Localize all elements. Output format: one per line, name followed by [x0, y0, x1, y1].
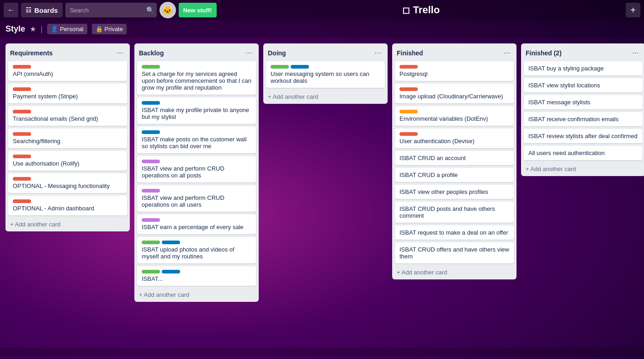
- card-labels: [399, 110, 509, 113]
- card[interactable]: Environmental variables (DotEnv): [395, 106, 514, 126]
- card[interactable]: ISBAT buy a styling package: [524, 61, 643, 75]
- card-labels: [142, 101, 251, 105]
- card-text: ISBAT CRUD a profile: [399, 171, 458, 178]
- card[interactable]: ISBAT CRUD an account: [395, 151, 514, 165]
- label-green: [142, 270, 160, 273]
- private-visibility-btn[interactable]: 🔒 Private: [92, 24, 127, 34]
- card[interactable]: ISBAT make my profile private to anyone …: [137, 97, 256, 124]
- card[interactable]: Searching/filtering: [8, 129, 127, 148]
- card[interactable]: ISBAT CRUD offers and have others view t…: [395, 242, 514, 263]
- board-header: Style ★ | 👤 Personal 🔒 Private: [0, 20, 644, 38]
- label-red: [399, 65, 418, 69]
- card-text: ISBAT make my profile private to anyone …: [142, 107, 249, 120]
- card-text: ISBAT CRUD an account: [399, 155, 466, 161]
- label-orange: [399, 110, 418, 113]
- card[interactable]: Set a charge for my services agreed upon…: [137, 61, 256, 95]
- private-label: Private: [105, 26, 123, 32]
- card-labels: [142, 65, 251, 69]
- card-labels: [399, 87, 509, 91]
- card-text: Environmental variables (DotEnv): [399, 115, 488, 122]
- card[interactable]: Payment system (Stripe): [8, 84, 127, 103]
- card-text: Transactional emails (Send grid): [13, 115, 98, 122]
- column-header-finished2: Finished (2)···: [521, 43, 644, 61]
- card[interactable]: ISBAT CRUD posts and have others comment: [395, 202, 514, 223]
- card-text: ISBAT CRUD posts and have others comment: [399, 205, 495, 219]
- card-text: Searching/filtering: [13, 138, 60, 145]
- card[interactable]: ISBAT upload photos and videos of myself…: [137, 237, 256, 263]
- card-text: ISBAT make posts on the customer wall so…: [142, 136, 246, 150]
- add-card-btn-finished[interactable]: + Add another card: [392, 266, 516, 279]
- card[interactable]: ISBAT view and perform CRUD operations o…: [137, 185, 256, 212]
- back-button[interactable]: ←: [4, 3, 18, 17]
- card-text: ISBAT upload photos and videos of myself…: [142, 246, 234, 260]
- column-cards-backlog: Set a charge for my services agreed upon…: [134, 61, 259, 289]
- card[interactable]: ISBAT review stylists after deal confirm…: [524, 129, 643, 143]
- search-icon[interactable]: 🔍: [146, 6, 154, 14]
- card-text: ISBAT view other peoples profiles: [399, 188, 488, 195]
- card[interactable]: Postgresql: [395, 61, 514, 81]
- board-title: Style: [5, 24, 25, 34]
- card-text: Use authorisation (Rolify): [13, 160, 80, 167]
- column-cards-requirements: API (omniAuth)Payment system (Stripe)Tra…: [5, 61, 130, 218]
- card[interactable]: ISBAT view other peoples profiles: [395, 185, 514, 199]
- card[interactable]: ISBAT CRUD a profile: [395, 168, 514, 182]
- card-text: Image upload (Cloudinary/Carrierwave): [399, 93, 503, 100]
- label-blue: [142, 130, 160, 134]
- card-labels: [142, 241, 251, 244]
- column-menu-doing[interactable]: ···: [373, 47, 383, 59]
- column-menu-finished[interactable]: ···: [501, 47, 512, 59]
- card[interactable]: OPTIONAL - Admin dashboard: [8, 196, 127, 215]
- column-cards-finished2: ISBAT buy a styling packageISBAT view st…: [521, 61, 644, 163]
- avatar: 🐱: [160, 2, 176, 18]
- card[interactable]: Image upload (Cloudinary/Carrierwave): [395, 84, 514, 103]
- add-card-btn-doing[interactable]: + Add another card: [263, 91, 388, 104]
- card[interactable]: ISBAT earn a percentage of every sale: [137, 214, 256, 234]
- card[interactable]: ISBAT receive confirmation emails: [524, 112, 643, 126]
- card-labels: [13, 155, 122, 158]
- card[interactable]: ISBAT view stylist locations: [524, 78, 643, 92]
- board-canvas: Requirements···API (omniAuth)Payment sys…: [0, 38, 644, 348]
- column-header-backlog: Backlog···: [134, 43, 259, 61]
- add-card-btn-requirements[interactable]: + Add another card: [5, 218, 130, 231]
- card[interactable]: Transactional emails (Send grid): [8, 106, 127, 126]
- column-title-requirements: Requirements: [10, 49, 53, 57]
- add-card-btn-finished2[interactable]: + Add another card: [521, 163, 644, 176]
- personal-visibility-btn[interactable]: 👤 Personal: [47, 24, 87, 34]
- star-button[interactable]: ★: [30, 25, 36, 33]
- card[interactable]: User authentication (Devise): [395, 129, 514, 148]
- card[interactable]: ISBAT make posts on the customer wall so…: [137, 127, 256, 153]
- add-button[interactable]: +: [626, 3, 640, 17]
- trello-logo-icon: ◻: [402, 5, 410, 16]
- column-menu-requirements[interactable]: ···: [115, 47, 125, 59]
- person-icon: 👤: [51, 26, 58, 32]
- column-header-doing: Doing···: [263, 43, 388, 61]
- card-labels: [142, 189, 251, 193]
- card[interactable]: ISBAT...: [137, 266, 256, 286]
- column-title-finished2: Finished (2): [526, 49, 562, 57]
- card[interactable]: Use authorisation (Rolify): [8, 151, 127, 171]
- label-blue: [291, 65, 309, 69]
- boards-button[interactable]: ☷ Boards: [21, 3, 63, 17]
- personal-label: Personal: [60, 26, 83, 32]
- label-red: [399, 132, 418, 136]
- card[interactable]: ISBAT request to make a deal on an offer: [395, 225, 514, 240]
- add-card-btn-backlog[interactable]: + Add another card: [134, 289, 259, 302]
- card-text: ISBAT receive confirmation emails: [528, 116, 618, 123]
- card-text: User messaging system so users can worko…: [271, 70, 369, 84]
- column-title-finished: Finished: [397, 49, 423, 57]
- search-input[interactable]: [65, 3, 157, 17]
- column-menu-backlog[interactable]: ···: [244, 47, 254, 59]
- card-labels: [399, 132, 509, 136]
- card-text: User authentication (Devise): [399, 138, 474, 145]
- column-menu-finished2[interactable]: ···: [630, 47, 641, 59]
- card[interactable]: API (omniAuth): [8, 61, 127, 81]
- card[interactable]: User messaging system so users can worko…: [266, 61, 385, 88]
- label-red: [13, 87, 31, 91]
- card[interactable]: ISBAT message stylists: [524, 95, 643, 109]
- card[interactable]: OPTIONAL - Messaging functionality: [8, 173, 127, 193]
- card[interactable]: ISBAT view and perform CRUD operations o…: [137, 156, 256, 182]
- card-text: ISBAT request to make a deal on an offer: [399, 229, 508, 236]
- card-text: ISBAT buy a styling package: [528, 65, 604, 72]
- new-stuff-button[interactable]: New stuff!: [179, 3, 217, 17]
- card[interactable]: All users need authentication: [524, 146, 643, 160]
